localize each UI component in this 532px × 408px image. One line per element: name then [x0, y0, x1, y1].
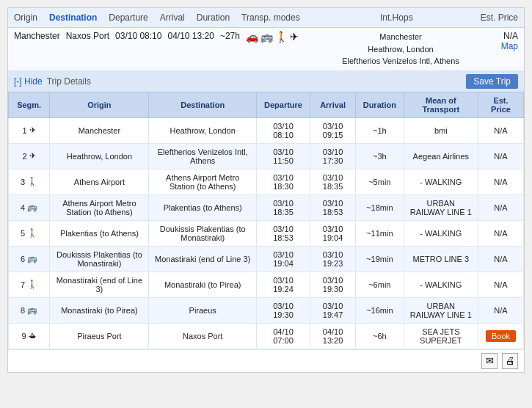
cell-seg-5: 5🚶 — [9, 220, 50, 246]
col-header-origin: Origin — [50, 92, 149, 117]
cell-est-price: N/A — [478, 246, 524, 272]
map-link[interactable]: Map — [501, 41, 518, 51]
print-icon-btn[interactable]: 🖨 — [502, 353, 518, 369]
tab-destination[interactable]: Destination — [49, 12, 97, 23]
col-header-mean: Mean of Transport — [404, 92, 478, 117]
dep-date: 03/10 — [261, 147, 305, 156]
cell-seg-7: 7🚶 — [9, 272, 50, 297]
cell-departure: 03/1019:24 — [256, 272, 310, 297]
arr-date: 03/10 — [315, 225, 351, 233]
cell-est-price: N/A — [478, 297, 524, 323]
plane-icon: ✈ — [29, 125, 36, 135]
seg-number: 1 — [23, 126, 27, 135]
bottom-icons-bar: ✉ 🖨 — [8, 349, 524, 372]
hop-1: Manchester — [342, 31, 459, 43]
arr-time: 18:35 — [315, 182, 351, 191]
tab-duration[interactable]: Duration — [197, 12, 230, 23]
cell-est-price: N/A — [478, 220, 524, 246]
cell-mean-transport: - WALKING — [404, 169, 478, 194]
cell-est-price: N/A — [478, 272, 524, 297]
cell-est-price: N/A — [478, 117, 524, 143]
cell-arrival: 03/1017:30 — [310, 143, 356, 169]
cell-destination: Doukissis Plakentias (to Monastiraki) — [149, 220, 256, 246]
arr-time: 17:30 — [315, 156, 351, 165]
walk-icon: 🚶 — [275, 31, 288, 43]
tab-origin[interactable]: Origin — [14, 12, 37, 23]
cell-mean-transport: Aegean Airlines — [404, 143, 478, 169]
dep-time: 11:50 — [261, 156, 305, 165]
dep-time: 08:10 — [261, 131, 305, 139]
cell-destination: Monastiraki (end of Line 3) — [149, 246, 256, 272]
cell-duration: ~6min — [356, 272, 404, 297]
cell-origin: Athens Airport — [50, 169, 149, 194]
tab-transp-modes[interactable]: Transp. modes — [241, 12, 300, 23]
table-row: 1✈ManchesterHeathrow, London03/1008:1003… — [9, 117, 524, 143]
seg-number: 9 — [22, 332, 26, 340]
dep-time: 19:04 — [261, 259, 305, 268]
cell-arrival: 03/1018:53 — [310, 194, 356, 220]
cell-destination: Heathrow, London — [149, 117, 256, 143]
cell-est-price: N/A — [478, 169, 524, 194]
main-container: Origin Destination Departure Arrival Dur… — [7, 7, 525, 373]
table-row: 2✈Heathrow, LondonEleftherios Venizelos … — [9, 143, 524, 169]
seg-number: 3 — [21, 178, 25, 186]
cell-mean-transport: SEA JETS SUPERJET — [404, 323, 478, 349]
cell-origin: Doukissis Plakentias (to Monastiraki) — [50, 246, 149, 272]
cell-origin: Piraeus Port — [50, 323, 149, 349]
book-button[interactable]: Book — [486, 330, 516, 342]
print-icon: 🖨 — [506, 355, 515, 366]
table-row: 4🚌Athens Airport Metro Station (to Athen… — [9, 194, 524, 220]
col-header-est: Est. Price — [478, 92, 524, 117]
est-price-header: Est. Price — [481, 12, 518, 23]
dep-date: 03/10 — [261, 250, 305, 259]
dep-date: 04/10 — [261, 327, 305, 336]
cell-mean-transport: - WALKING — [404, 272, 478, 297]
cell-arrival: 03/1019:23 — [310, 246, 356, 272]
arr-time: 19:23 — [315, 259, 351, 268]
arr-date: 03/10 — [315, 302, 351, 310]
arr-time: 19:30 — [315, 285, 351, 294]
tab-arrival[interactable]: Arrival — [160, 12, 185, 23]
summary-duration: ~27h — [220, 31, 240, 41]
dep-time: 07:00 — [261, 336, 305, 345]
seg-number: 8 — [21, 306, 25, 315]
cell-duration: ~11min — [356, 220, 404, 246]
table-row: 7🚶Monastiraki (end of Line 3)Monastiraki… — [9, 272, 524, 297]
cell-departure: 03/1019:30 — [256, 297, 310, 323]
tab-departure[interactable]: Departure — [109, 12, 147, 23]
car-icon: 🚗 — [246, 31, 258, 43]
cell-seg-6: 6🚌 — [9, 246, 50, 272]
trip-details-label: Trip Details — [47, 76, 91, 87]
cell-arrival: 03/1019:47 — [310, 297, 356, 323]
dep-time: 18:53 — [261, 233, 305, 242]
summary-arr: 04/10 13:20 — [167, 31, 214, 41]
seg-number: 2 — [23, 152, 27, 161]
arr-time: 13:20 — [315, 336, 351, 345]
plane-icon: ✈ — [290, 31, 299, 43]
save-trip-button[interactable]: Save Trip — [466, 74, 518, 89]
summary-hops: Manchester Heathrow, London Eleftherios … — [342, 31, 459, 68]
summary-dep: 03/10 08:10 — [115, 31, 161, 41]
walk-icon: 🚶 — [27, 177, 37, 186]
summary-left: Manchester Naxos Port 03/10 08:10 04/10 … — [14, 31, 342, 43]
summary-row: Manchester Naxos Port 03/10 08:10 04/10 … — [8, 28, 524, 71]
cell-mean-transport: METRO LINE 3 — [404, 246, 478, 272]
cell-seg-9: 9⛴ — [9, 323, 50, 349]
cell-origin: Athens Airport Metro Station (to Athens) — [50, 194, 149, 220]
cell-destination: Athens Airport Metro Station (to Athens) — [149, 169, 256, 194]
cell-seg-3: 3🚶 — [9, 169, 50, 194]
hop-3: Eleftherios Venizelos Intl, Athens — [342, 55, 459, 68]
email-icon-btn[interactable]: ✉ — [481, 353, 498, 369]
cell-arrival: 04/1013:20 — [310, 323, 356, 349]
arr-date: 03/10 — [315, 147, 351, 156]
cell-mean-transport: URBAN RAILWAY LINE 1 — [404, 297, 478, 323]
arr-date: 04/10 — [315, 327, 351, 336]
cell-departure: 03/1018:53 — [256, 220, 310, 246]
cell-duration: ~5min — [356, 169, 404, 194]
cell-est-price[interactable]: Book — [478, 323, 524, 349]
hide-link[interactable]: [-] Hide — [14, 76, 43, 87]
cell-destination: Piraeus — [149, 297, 256, 323]
cell-departure: 03/1018:30 — [256, 169, 310, 194]
cell-destination: Plakentias (to Athens) — [149, 194, 256, 220]
dep-date: 03/10 — [261, 122, 305, 131]
